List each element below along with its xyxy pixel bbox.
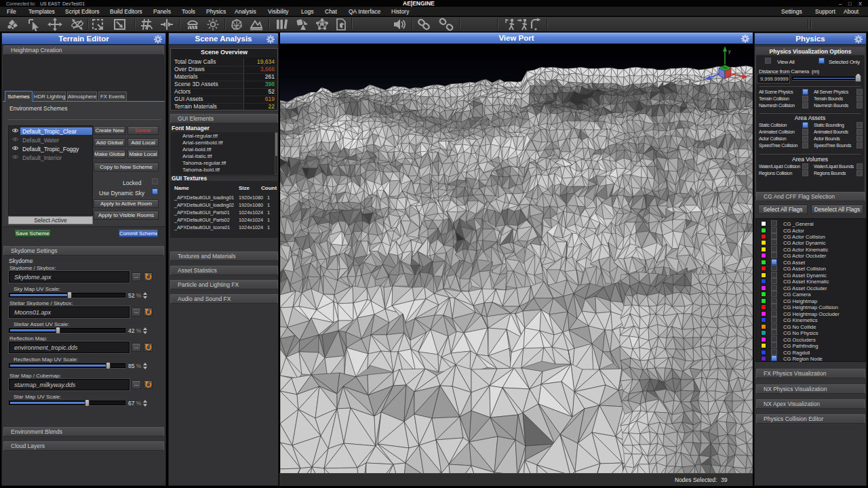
svg-text:y: y	[728, 49, 731, 54]
